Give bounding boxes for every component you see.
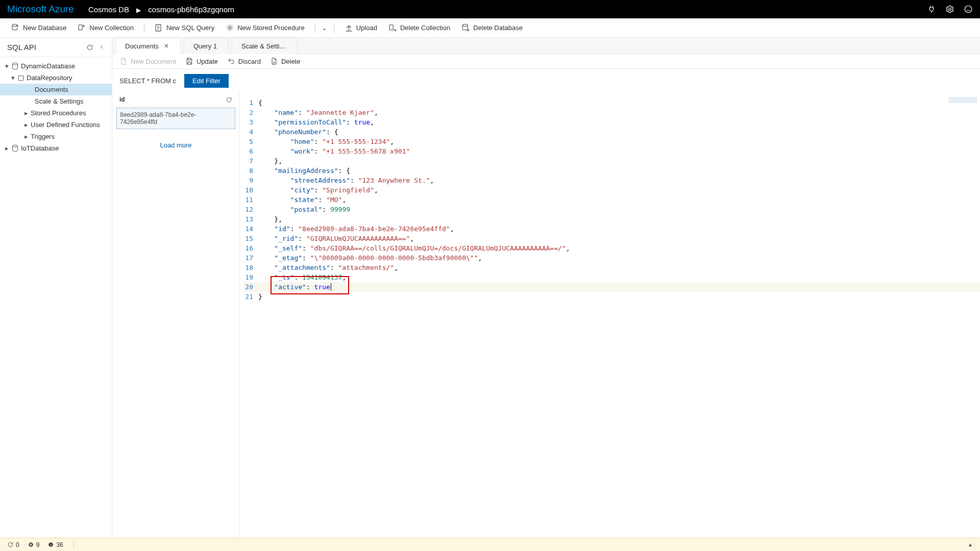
status-info[interactable]: i 36	[47, 541, 63, 548]
discard-button[interactable]: Discard	[227, 57, 261, 65]
update-button[interactable]: Update	[185, 57, 218, 65]
update-label: Update	[197, 58, 218, 65]
document-list-header: id	[116, 93, 235, 107]
tab-label: Documents	[125, 42, 159, 50]
query-icon	[155, 23, 163, 32]
gear-icon[interactable]	[945, 5, 954, 14]
new-stored-procedure-button[interactable]: New Stored Procedure	[222, 21, 309, 34]
db-label: IoTDatabase	[21, 144, 59, 152]
document-toolbar: New Document Update Discard Delete	[112, 54, 980, 69]
sidebar-title: SQL API	[7, 43, 36, 52]
delete-collection-label: Delete Collection	[400, 24, 450, 32]
tree-item-stored-procedures[interactable]: ▸ Stored Procedures	[0, 107, 112, 119]
document-body: id 8eed2989-ada8-7ba4-be2e-7426e95e4ffd …	[112, 93, 980, 538]
sync-icon	[7, 541, 14, 548]
delete-button[interactable]: Delete	[270, 57, 301, 65]
svg-point-5	[229, 27, 231, 29]
new-collection-label: New Collection	[89, 24, 134, 32]
toolbar-sep	[334, 23, 334, 33]
tab-label: Scale & Setti…	[241, 42, 286, 50]
delete-doc-icon	[270, 57, 278, 65]
new-sql-query-button[interactable]: New SQL Query	[151, 21, 218, 34]
document-list: id 8eed2989-ada8-7ba4-be2e-7426e95e4ffd …	[112, 93, 240, 538]
chevron-up-icon[interactable]: ▲	[968, 542, 973, 547]
collection-node-datarepository[interactable]: ▾ DataRepository	[0, 72, 112, 84]
filter-row: SELECT * FROM c Edit Filter	[112, 69, 980, 93]
id-column-header: id	[119, 96, 125, 103]
toolbar-sep	[144, 23, 144, 33]
tab-scale-settings[interactable]: Scale & Setti…	[232, 38, 298, 54]
breadcrumb-sep: ▶	[136, 7, 141, 14]
sidebar: SQL API ▾ DynamicDatabase ▾ DataReposito…	[0, 38, 112, 538]
delete-collection-button[interactable]: Delete Collection	[384, 21, 454, 34]
collection-delete-icon	[388, 23, 397, 32]
tree-item-documents[interactable]: Documents	[0, 84, 112, 95]
json-editor[interactable]: 1{2 "name": "Jeannette Kjaer",3 "permiss…	[240, 93, 980, 538]
status-errors[interactable]: 9	[28, 541, 40, 548]
status-sync[interactable]: 0	[7, 541, 19, 548]
caret-right-icon: ▸	[23, 109, 29, 117]
delete-label: Delete	[281, 58, 301, 65]
filter-query-text: SELECT * FROM c	[119, 77, 176, 85]
tab-label: Query 1	[193, 42, 217, 50]
tab-documents[interactable]: Documents ✕	[115, 38, 181, 54]
delete-database-button[interactable]: Delete Database	[457, 21, 527, 34]
main: SQL API ▾ DynamicDatabase ▾ DataReposito…	[0, 38, 980, 538]
collapse-icon[interactable]	[99, 44, 105, 51]
save-icon	[185, 57, 193, 65]
new-database-label: New Database	[23, 24, 66, 32]
status-sep	[74, 541, 74, 548]
tree-item-scale-settings[interactable]: Scale & Settings	[0, 95, 112, 107]
new-document-button[interactable]: New Document	[119, 57, 176, 65]
tree-item-udfs[interactable]: ▸ User Defined Functions	[0, 119, 112, 131]
status-info-count: 36	[56, 541, 63, 548]
breadcrumb-service[interactable]: Cosmos DB	[88, 5, 129, 14]
db-node-dynamicdatabase[interactable]: ▾ DynamicDatabase	[0, 60, 112, 72]
dropdown-toggle[interactable]: ⌄	[322, 24, 328, 32]
db-node-iotdatabase[interactable]: ▸ IoTDatabase	[0, 142, 112, 154]
smile-icon[interactable]	[964, 5, 973, 14]
new-collection-button[interactable]: New Collection	[74, 21, 138, 34]
edit-filter-button[interactable]: Edit Filter	[184, 74, 229, 88]
status-sync-count: 0	[16, 541, 19, 548]
svg-rect-9	[18, 76, 23, 80]
breadcrumb-resource[interactable]: cosmos-pb6h6p3zgqnom	[148, 5, 234, 14]
editor-lines: 1{2 "name": "Jeannette Kjaer",3 "permiss…	[240, 93, 980, 307]
tree-item-triggers[interactable]: ▸ Triggers	[0, 131, 112, 142]
document-list-item[interactable]: 8eed2989-ada8-7ba4-be2e-7426e95e4ffd	[116, 108, 235, 129]
collection-label: DataRepository	[27, 74, 72, 82]
svg-point-10	[13, 145, 18, 147]
info-icon: i	[47, 541, 54, 548]
content: Documents ✕ Query 1 Scale & Setti… New D…	[112, 38, 980, 538]
database-plus-icon	[11, 23, 20, 32]
new-database-button[interactable]: New Database	[7, 21, 70, 34]
refresh-icon[interactable]	[86, 44, 93, 51]
status-error-count: 9	[36, 541, 40, 548]
topbar: Microsoft Azure Cosmos DB ▶ cosmos-pb6h6…	[0, 0, 980, 18]
refresh-icon[interactable]	[226, 96, 232, 103]
plug-icon[interactable]	[927, 5, 936, 14]
sidebar-header: SQL API	[0, 38, 112, 57]
database-delete-icon	[461, 23, 470, 32]
svg-point-8	[13, 63, 18, 65]
tree-label: User Defined Functions	[31, 121, 100, 129]
close-icon[interactable]: ✕	[164, 42, 169, 49]
load-more-button[interactable]: Load more	[116, 129, 235, 161]
caret-right-icon: ▸	[23, 133, 29, 140]
tab-query-1[interactable]: Query 1	[184, 38, 229, 54]
status-bar: 0 9 i 36 ▲	[0, 538, 980, 551]
db-label: DynamicDatabase	[21, 62, 75, 70]
sidebar-header-icons	[86, 44, 105, 51]
svg-rect-3	[79, 25, 82, 30]
database-icon	[11, 62, 19, 70]
main-toolbar: New Database New Collection New SQL Quer…	[0, 18, 980, 38]
caret-right-icon: ▸	[23, 121, 29, 129]
collection-plus-icon	[78, 23, 86, 32]
toolbar-sep	[315, 23, 315, 33]
tree-label: Scale & Settings	[35, 97, 83, 105]
sproc-icon	[226, 23, 234, 32]
undo-icon	[227, 57, 235, 65]
svg-point-7	[462, 24, 468, 26]
resource-tree: ▾ DynamicDatabase ▾ DataRepository Docum…	[0, 57, 112, 157]
upload-button[interactable]: Upload	[340, 21, 381, 34]
